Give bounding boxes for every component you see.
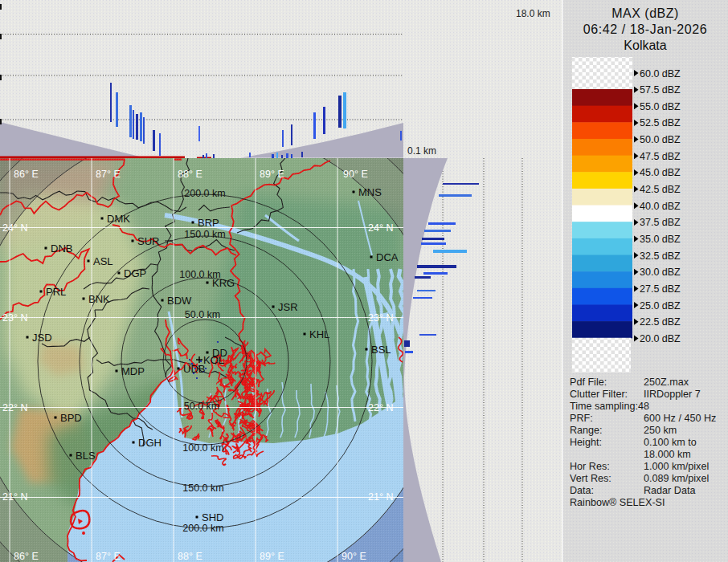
svg-text:18.0 km: 18.0 km	[516, 8, 550, 19]
svg-text:Data:: Data:	[570, 485, 594, 496]
svg-text:250Z.max: 250Z.max	[644, 377, 689, 388]
svg-text:Height:: Height:	[570, 437, 602, 448]
svg-text:Range:: Range:	[570, 425, 603, 436]
svg-text:Vert Res:: Vert Res:	[570, 473, 611, 484]
svg-text:47.5 dBZ: 47.5 dBZ	[640, 151, 681, 162]
svg-text:06:42 / 18-Jan-2026: 06:42 / 18-Jan-2026	[583, 22, 708, 36]
svg-text:18.000 km: 18.000 km	[644, 449, 691, 460]
svg-text:20.0 dBZ: 20.0 dBZ	[640, 333, 681, 344]
svg-text:0.1 km: 0.1 km	[407, 145, 436, 157]
svg-text:30.0 dBZ: 30.0 dBZ	[640, 267, 681, 278]
svg-text:600 Hz / 450 Hz: 600 Hz / 450 Hz	[644, 413, 716, 424]
svg-text:Rainbow® SELEX-SI: Rainbow® SELEX-SI	[570, 497, 665, 508]
svg-text:60.0 dBZ: 60.0 dBZ	[640, 68, 681, 79]
svg-text:32.5 dBZ: 32.5 dBZ	[640, 250, 681, 262]
svg-text:22.5 dBZ: 22.5 dBZ	[640, 316, 681, 328]
svg-text:MAX (dBZ): MAX (dBZ)	[611, 6, 679, 20]
svg-text:40.0 dBZ: 40.0 dBZ	[640, 201, 681, 212]
svg-text:35.0 dBZ: 35.0 dBZ	[640, 234, 681, 245]
svg-text:Kolkata: Kolkata	[624, 39, 666, 52]
svg-text:0.089 km/pixel: 0.089 km/pixel	[644, 473, 709, 484]
svg-text:42.5 dBZ: 42.5 dBZ	[640, 184, 681, 195]
svg-text:Time sampling:48: Time sampling:48	[570, 401, 649, 412]
svg-text:Clutter Filter:: Clutter Filter:	[570, 389, 628, 400]
svg-text:45.0 dBZ: 45.0 dBZ	[640, 167, 681, 178]
svg-text:55.0 dBZ: 55.0 dBZ	[640, 101, 681, 112]
svg-text:PRF:: PRF:	[570, 413, 593, 424]
svg-text:Pdf File:: Pdf File:	[570, 377, 607, 388]
svg-text:27.5 dBZ: 27.5 dBZ	[640, 283, 681, 295]
svg-text:IIRDoppler 7: IIRDoppler 7	[644, 389, 701, 400]
svg-text:250 km: 250 km	[644, 425, 677, 436]
svg-text:37.5 dBZ: 37.5 dBZ	[640, 217, 681, 228]
svg-text:1.000 km/pixel: 1.000 km/pixel	[644, 461, 709, 472]
svg-text:25.0 dBZ: 25.0 dBZ	[640, 300, 681, 312]
svg-text:Radar Data: Radar Data	[644, 485, 695, 496]
svg-text:50.0 dBZ: 50.0 dBZ	[640, 134, 681, 145]
svg-text:57.5 dBZ: 57.5 dBZ	[640, 84, 681, 96]
svg-text:52.5 dBZ: 52.5 dBZ	[640, 117, 681, 128]
svg-text:0.100 km to: 0.100 km to	[644, 437, 697, 448]
svg-text:Hor Res:: Hor Res:	[570, 461, 610, 472]
